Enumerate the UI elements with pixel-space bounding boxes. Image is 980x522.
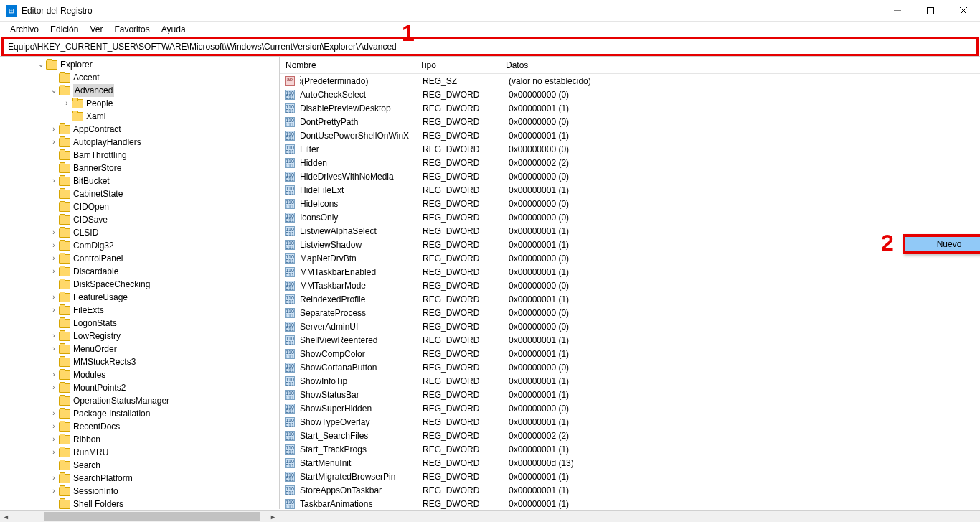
col-name[interactable]: Nombre (280, 60, 420, 70)
tree-item[interactable]: ›ComDlg32 (0, 239, 279, 252)
value-row[interactable]: 110 011MapNetDrvBtnREG_DWORD0x00000000 (… (280, 251, 980, 265)
address-bar[interactable]: Equipo\HKEY_CURRENT_USER\SOFTWARE\Micros… (1, 37, 979, 56)
value-row[interactable]: 110 011MMTaskbarModeREG_DWORD0x00000000 … (280, 279, 980, 292)
value-row[interactable]: 110 011StartMenuInitREG_DWORD0x0000000d … (280, 456, 980, 470)
chevron-icon[interactable]: ⌄ (49, 84, 59, 97)
chevron-icon[interactable]: › (49, 252, 59, 265)
chevron-icon[interactable]: › (49, 420, 59, 433)
tree-item[interactable]: Search (0, 459, 279, 472)
value-row[interactable]: 110 011IconsOnlyREG_DWORD0x00000000 (0) (280, 210, 980, 224)
value-row[interactable]: ab(Predeterminado)REG_SZ(valor no establ… (280, 74, 980, 88)
value-row[interactable]: 110 011ListviewShadowREG_DWORD0x00000001… (280, 238, 980, 251)
value-row[interactable]: 110 011HideDrivesWithNoMediaREG_DWORD0x0… (280, 169, 980, 183)
chevron-icon[interactable]: › (49, 304, 59, 317)
tree-item[interactable]: MMStuckRects3 (0, 355, 279, 368)
tree-item[interactable]: Accent (0, 71, 279, 84)
menu-favoritos[interactable]: Favoritos (108, 23, 155, 36)
value-row[interactable]: 110 011DontPrettyPathREG_DWORD0x00000000… (280, 115, 980, 129)
tree-item[interactable]: ›MenuOrder (0, 342, 279, 355)
value-row[interactable]: 110 011ShowCortanaButtonREG_DWORD0x00000… (280, 360, 980, 374)
maximize-button[interactable] (914, 0, 947, 22)
value-row[interactable]: 110 011ShellViewReenteredREG_DWORD0x0000… (280, 333, 980, 347)
tree-item[interactable]: ›Discardable (0, 265, 279, 278)
tree-item[interactable]: ›FeatureUsage (0, 291, 279, 304)
tree-item[interactable]: CIDSave (0, 213, 279, 226)
menu-ayuda[interactable]: Ayuda (156, 23, 192, 36)
tree-item[interactable]: ›RecentDocs (0, 420, 279, 433)
chevron-icon[interactable]: › (49, 239, 59, 252)
chevron-icon[interactable]: › (49, 174, 59, 187)
chevron-icon[interactable]: › (49, 381, 59, 394)
value-row[interactable]: 110 011ListviewAlphaSelectREG_DWORD0x000… (280, 224, 980, 238)
tree-item[interactable]: ›SessionInfo (0, 485, 279, 498)
value-row[interactable]: 110 011ShowInfoTipREG_DWORD0x00000001 (1… (280, 374, 980, 388)
value-row[interactable]: 110 011ShowStatusBarREG_DWORD0x00000001 … (280, 388, 980, 401)
context-menu-nuevo[interactable]: Nuevo ▶ (903, 234, 980, 254)
menu-item-nuevo[interactable]: Nuevo ▶ (905, 237, 980, 251)
chevron-icon[interactable]: › (49, 136, 59, 149)
tree-item[interactable]: ›LowRegistry (0, 330, 279, 342)
tree-item[interactable]: ›FileExts (0, 304, 279, 317)
chevron-icon[interactable]: › (49, 330, 59, 342)
tree-item[interactable]: BannerStore (0, 162, 279, 174)
tree-item[interactable]: ›Ribbon (0, 433, 279, 446)
tree-item[interactable]: OperationStatusManager (0, 394, 279, 407)
chevron-icon[interactable]: › (49, 485, 59, 498)
tree-item[interactable]: LogonStats (0, 317, 279, 330)
horizontal-scrollbar[interactable]: ◄ ► (0, 510, 980, 522)
value-row[interactable]: 110 011TaskbarAnimationsREG_DWORD0x00000… (280, 497, 980, 509)
tree-item[interactable]: ›MountPoints2 (0, 381, 279, 394)
chevron-icon[interactable]: › (49, 446, 59, 459)
tree-panel[interactable]: ⌄ExplorerAccent⌄Advanced›PeopleXaml›AppC… (0, 57, 280, 509)
value-row[interactable]: 110 011FilterREG_DWORD0x00000000 (0) (280, 142, 980, 156)
value-row[interactable]: 110 011HideFileExtREG_DWORD0x00000001 (1… (280, 183, 980, 197)
chevron-icon[interactable]: › (62, 97, 72, 110)
tree-item[interactable]: BamThrottling (0, 149, 279, 162)
value-row[interactable]: 110 011StartMigratedBrowserPinREG_DWORD0… (280, 470, 980, 483)
tree-item[interactable]: ›ControlPanel (0, 252, 279, 265)
tree-item[interactable]: ›RunMRU (0, 446, 279, 459)
tree-item[interactable]: DiskSpaceChecking (0, 278, 279, 291)
chevron-icon[interactable]: › (49, 291, 59, 304)
col-data[interactable]: Datos (506, 60, 980, 70)
tree-item[interactable]: CIDOpen (0, 200, 279, 213)
tree-item[interactable]: ⌄Advanced (0, 84, 279, 97)
tree-item[interactable]: CabinetState (0, 187, 279, 200)
chevron-icon[interactable]: › (49, 342, 59, 355)
value-row[interactable]: 110 011AutoCheckSelectREG_DWORD0x0000000… (280, 88, 980, 101)
value-row[interactable]: 110 011StoreAppsOnTaskbarREG_DWORD0x0000… (280, 483, 980, 497)
value-row[interactable]: 110 011ShowCompColorREG_DWORD0x00000001 … (280, 347, 980, 360)
chevron-icon[interactable]: › (49, 472, 59, 485)
value-row[interactable]: 110 011ShowSuperHiddenREG_DWORD0x0000000… (280, 401, 980, 415)
scroll-left-icon[interactable]: ◄ (0, 511, 12, 522)
value-row[interactable]: 110 011DontUsePowerShellOnWinXREG_DWORD0… (280, 129, 980, 142)
tree-item[interactable]: ›Modules (0, 368, 279, 381)
tree-item[interactable]: ›SearchPlatform (0, 472, 279, 485)
chevron-icon[interactable]: › (49, 368, 59, 381)
value-row[interactable]: 110 011DisablePreviewDesktopREG_DWORD0x0… (280, 101, 980, 115)
menu-archivo[interactable]: Archivo (4, 23, 44, 36)
value-row[interactable]: 110 011Start_SearchFilesREG_DWORD0x00000… (280, 429, 980, 442)
col-type[interactable]: Tipo (420, 60, 506, 70)
menu-ver[interactable]: Ver (84, 23, 108, 36)
tree-item[interactable]: ›AutoplayHandlers (0, 136, 279, 149)
chevron-icon[interactable]: ⌄ (36, 58, 46, 71)
values-panel[interactable]: Nombre Tipo Datos ab(Predeterminado)REG_… (280, 57, 980, 509)
value-row[interactable]: 110 011ServerAdminUIREG_DWORD0x00000000 … (280, 320, 980, 333)
chevron-icon[interactable]: › (49, 123, 59, 136)
chevron-icon[interactable]: › (49, 265, 59, 278)
tree-item[interactable]: ›People (0, 97, 279, 110)
tree-item[interactable]: ⌄Explorer (0, 58, 279, 71)
minimize-button[interactable] (881, 0, 914, 22)
menu-edicion[interactable]: Edición (44, 23, 84, 36)
value-row[interactable]: 110 011SeparateProcessREG_DWORD0x0000000… (280, 306, 980, 320)
tree-item[interactable]: ›BitBucket (0, 174, 279, 187)
value-row[interactable]: 110 011HideIconsREG_DWORD0x00000000 (0) (280, 197, 980, 210)
tree-item[interactable]: ›Package Installation (0, 407, 279, 420)
value-row[interactable]: 110 011Start_TrackProgsREG_DWORD0x000000… (280, 442, 980, 456)
value-row[interactable]: 110 011ShowTypeOverlayREG_DWORD0x0000000… (280, 415, 980, 429)
tree-item[interactable]: ›AppContract (0, 123, 279, 136)
scroll-thumb[interactable] (44, 512, 260, 521)
close-button[interactable] (947, 0, 980, 22)
value-row[interactable]: 110 011ReindexedProfileREG_DWORD0x000000… (280, 292, 980, 306)
